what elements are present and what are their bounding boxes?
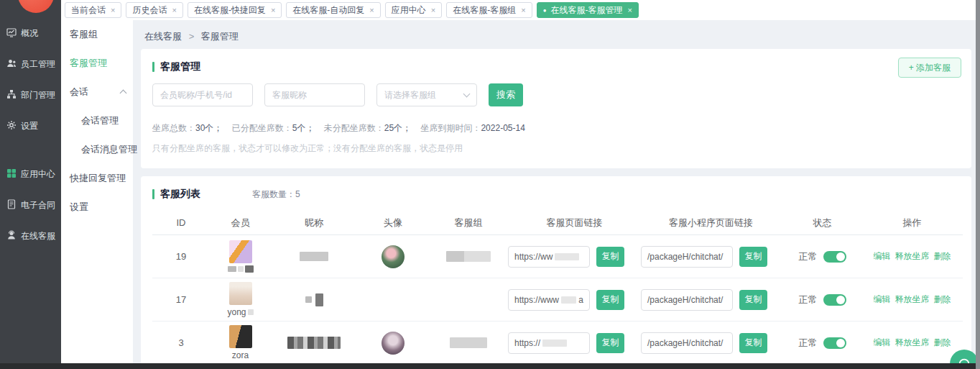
table-header-row: ID 会员 昵称 头像 客服组 客服页面链接 客服小程序页面链接 状态 操作 xyxy=(152,211,963,235)
submenu-item-session[interactable]: 会话 xyxy=(61,78,133,106)
sidebar-item-department[interactable]: 部门管理 xyxy=(0,86,61,104)
tab-label: 在线客服-快捷回复 xyxy=(194,4,266,17)
filter-row: 请选择客服组 搜索 xyxy=(152,83,523,106)
close-icon[interactable]: × xyxy=(627,6,632,14)
redacted-text xyxy=(450,337,487,348)
mini-link-input[interactable]: /packageH/chitchat/ xyxy=(641,289,733,311)
sidebar-item-app-center[interactable]: 应用中心 xyxy=(0,165,61,183)
status-toggle[interactable] xyxy=(823,337,846,349)
copy-mini-link-button[interactable]: 复制 xyxy=(739,333,767,353)
mini-link-input[interactable]: /packageH/chitchat/ xyxy=(641,332,733,354)
edit-link[interactable]: 编辑 xyxy=(874,337,891,349)
sidebar-item-staff[interactable]: 员工管理 xyxy=(0,55,61,73)
tab-history-session[interactable]: 历史会话× xyxy=(126,2,182,18)
cell-status: 正常 xyxy=(781,337,864,350)
select-placeholder: 请选择客服组 xyxy=(384,90,436,100)
sidebar-item-contract[interactable]: 电子合同 xyxy=(0,196,61,214)
close-icon[interactable]: × xyxy=(111,6,115,14)
tab-label: 在线客服-自动回复 xyxy=(292,4,364,17)
status-toggle[interactable] xyxy=(823,251,846,263)
sidebar-item-label: 电子合同 xyxy=(21,199,55,211)
tab-quick-reply[interactable]: 在线客服-快捷回复× xyxy=(188,2,282,18)
toggle-knob xyxy=(836,339,845,347)
copy-page-link-button[interactable]: 复制 xyxy=(596,333,624,353)
submenu-item-quick-reply-manage[interactable]: 快捷回复管理 xyxy=(61,164,133,193)
member-search-input[interactable] xyxy=(152,83,253,106)
breadcrumb-separator: > xyxy=(189,31,195,42)
link-text: https:// xyxy=(514,338,540,348)
tab-current-session[interactable]: 当前会话× xyxy=(65,2,121,18)
link-text: https://www xyxy=(514,295,559,305)
submenu-item-session-manage[interactable]: 会话管理 xyxy=(61,106,133,135)
main-content: 在线客服 > 客服管理 客服管理 + 添加客服 请选择客服组 搜索 坐席总数：3… xyxy=(133,20,976,369)
stat-label: 已分配坐席数： xyxy=(232,123,292,133)
delete-link[interactable]: 删除 xyxy=(934,250,951,263)
window-bottom-edge xyxy=(0,363,980,369)
copy-page-link-button[interactable]: 复制 xyxy=(596,247,624,267)
service-nickname-input[interactable] xyxy=(264,83,365,106)
tab-app-center[interactable]: 应用中心× xyxy=(385,2,442,18)
overview-icon xyxy=(6,27,17,40)
close-icon[interactable]: × xyxy=(172,6,176,14)
col-header-actions: 操作 xyxy=(864,217,961,229)
close-icon[interactable]: × xyxy=(271,6,275,14)
section-marker xyxy=(152,62,154,72)
close-icon[interactable]: × xyxy=(369,6,374,14)
sidebar-item-label: 员工管理 xyxy=(21,58,55,70)
member-avatar xyxy=(229,240,252,263)
tab-service-group[interactable]: 在线客服-客服组× xyxy=(446,2,532,18)
sidebar-item-settings[interactable]: 设置 xyxy=(0,117,61,135)
edit-link[interactable]: 编辑 xyxy=(874,293,891,306)
add-service-button[interactable]: + 添加客服 xyxy=(898,58,961,78)
tab-auto-reply[interactable]: 在线客服-自动回复× xyxy=(286,2,380,18)
redacted-text xyxy=(238,266,244,272)
sidebar-item-overview[interactable]: 概况 xyxy=(0,24,61,42)
status-label: 正常 xyxy=(799,337,818,350)
delete-link[interactable]: 删除 xyxy=(934,337,951,349)
sidebar-item-label: 设置 xyxy=(21,120,38,132)
copy-mini-link-button[interactable]: 复制 xyxy=(739,290,767,310)
cell-actions: 编辑释放坐席删除 xyxy=(864,337,961,349)
submenu-item-service-group[interactable]: 客服组 xyxy=(61,20,133,49)
submenu-item-settings[interactable]: 设置 xyxy=(61,193,133,222)
table-row: 19 https://ww 复制 /pa xyxy=(152,235,963,278)
page-link-input[interactable]: https://wwwa xyxy=(508,289,590,311)
cell-actions: 编辑释放坐席删除 xyxy=(864,250,961,263)
copy-mini-link-button[interactable]: 复制 xyxy=(739,247,767,267)
cell-actions: 编辑释放坐席删除 xyxy=(864,293,961,306)
release-seat-link[interactable]: 释放坐席 xyxy=(895,293,930,306)
edit-link[interactable]: 编辑 xyxy=(874,250,891,263)
submenu-item-service-manage[interactable]: 客服管理 xyxy=(61,49,133,78)
toggle-knob xyxy=(836,296,845,304)
copy-page-link-button[interactable]: 复制 xyxy=(596,290,624,310)
sidebar-item-label: 部门管理 xyxy=(21,89,55,101)
search-button[interactable]: 搜索 xyxy=(489,83,523,106)
breadcrumb-root[interactable]: 在线客服 xyxy=(144,31,182,42)
cell-nickname xyxy=(271,293,357,306)
submenu-item-session-message-manage[interactable]: 会话消息管理 xyxy=(61,135,133,164)
status-toggle[interactable] xyxy=(823,294,846,306)
page-link-input[interactable]: https://ww xyxy=(508,246,590,268)
tab-service-manage-active[interactable]: ●在线客服-客服管理× xyxy=(537,2,639,18)
primary-sidebar: 概况 员工管理 部门管理 设置 应用中心 电子合同 xyxy=(0,0,61,363)
page-link-input[interactable]: https:// xyxy=(508,332,590,354)
brand-logo xyxy=(18,0,54,13)
link-text: /packageH/chitchat/ xyxy=(647,252,723,262)
service-group-select[interactable]: 请选择客服组 xyxy=(376,83,477,106)
close-icon[interactable]: × xyxy=(521,6,525,14)
delete-link[interactable]: 删除 xyxy=(934,293,951,306)
open-tabs-bar: 当前会话× 历史会话× 在线客服-快捷回复× 在线客服-自动回复× 应用中心× … xyxy=(61,0,976,20)
close-icon[interactable]: × xyxy=(431,6,435,14)
sidebar-item-online-service[interactable]: 在线客服 xyxy=(0,227,61,245)
toggle-knob xyxy=(836,252,845,261)
release-seat-link[interactable]: 释放坐席 xyxy=(895,250,930,263)
vertical-scrollbar[interactable] xyxy=(976,0,980,369)
redacted-text xyxy=(542,340,567,347)
cell-member: zora xyxy=(210,325,271,360)
mini-link-input[interactable]: /packageH/chitchat/ xyxy=(641,246,733,268)
sidebar-item-label: 在线客服 xyxy=(21,230,55,242)
cell-avatar xyxy=(357,245,429,268)
service-avatar xyxy=(382,332,405,355)
tab-label: 应用中心 xyxy=(392,4,426,17)
release-seat-link[interactable]: 释放坐席 xyxy=(895,337,930,349)
